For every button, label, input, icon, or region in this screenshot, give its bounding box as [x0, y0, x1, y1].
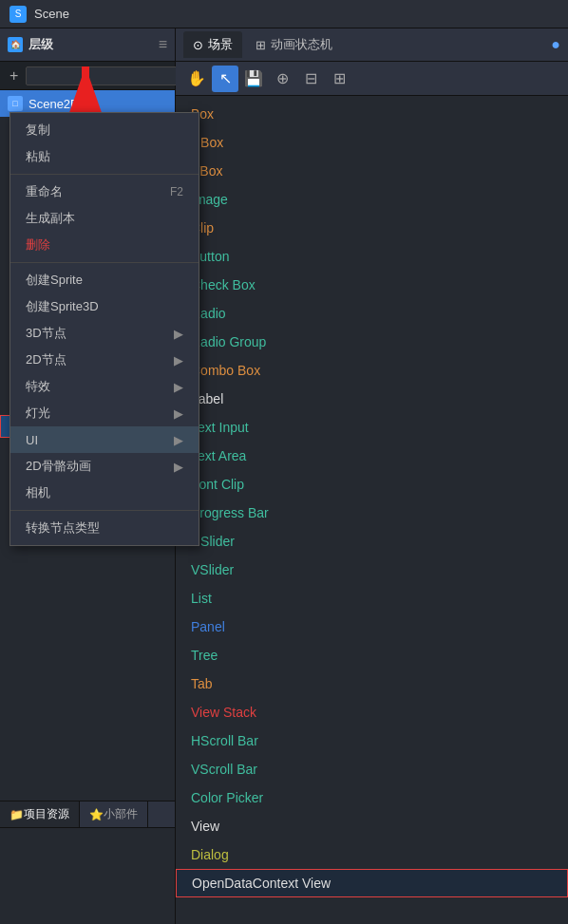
ctx-item-label: 创建Sprite	[26, 272, 83, 289]
add-button[interactable]: ⊕	[269, 66, 295, 92]
ctx-item-label: 转换节点类型	[26, 519, 100, 537]
hierarchy-title: 层级	[28, 36, 159, 53]
ui-list-item[interactable]: VScroll Bar	[176, 755, 568, 783]
ctx-item-arrow: ▶	[174, 327, 183, 341]
ui-list-item[interactable]: Radio Group	[176, 328, 568, 356]
add-node-button[interactable]: +	[6, 66, 22, 86]
ctx-item-label: UI	[26, 433, 38, 447]
ctx-item-label: 重命名	[26, 183, 63, 200]
ui-list-item[interactable]: Box	[176, 100, 568, 128]
animation-tab-icon: ⊞	[256, 38, 266, 52]
title-text: Scene	[34, 7, 69, 21]
scene2d-label: Scene2D	[28, 97, 79, 111]
context-menu-item[interactable]: 2D骨骼动画▶	[10, 453, 199, 480]
context-menu-item[interactable]: UI▶	[10, 426, 199, 453]
ctx-item-arrow: ▶	[174, 433, 183, 447]
ui-list-item[interactable]: Panel	[176, 613, 568, 641]
ui-list: BoxHBoxVBoxImageClipButtonCheck BoxRadio…	[176, 96, 568, 924]
title-icon: S	[9, 6, 27, 23]
context-menu-item[interactable]: 灯光▶	[10, 400, 199, 426]
ui-list-item[interactable]: Radio	[176, 299, 568, 328]
ctx-item-label: 特效	[26, 378, 50, 395]
remove-button[interactable]: ⊟	[297, 66, 324, 92]
ui-list-item[interactable]: Font Clip	[176, 470, 568, 499]
context-menu-item[interactable]: 3D节点▶	[10, 320, 199, 347]
tab-scene[interactable]: ⊙ 场景	[183, 31, 242, 58]
ctx-item-label: 灯光	[26, 405, 50, 422]
ctx-item-label: 粘贴	[26, 148, 50, 165]
ui-list-item[interactable]: HScroll Bar	[176, 726, 568, 755]
ui-list-item[interactable]: Image	[176, 185, 568, 214]
ui-list-item[interactable]: Button	[176, 242, 568, 271]
search-bar: + ⊡	[0, 62, 175, 90]
ui-list-item[interactable]: HSlider	[176, 527, 568, 556]
pacman-icon[interactable]: ●	[551, 36, 560, 53]
ui-list-item[interactable]: HBox	[176, 128, 568, 157]
bottom-tabs: 📁 项目资源 ⭐ 小部件	[0, 801, 175, 828]
right-panel: ⊙ 场景 ⊞ 动画状态机 ● ✋ ↖ 💾 ⊕ ⊟ ⊞ BoxHBoxVBoxIm…	[176, 28, 568, 924]
ui-list-item[interactable]: View Stack	[176, 698, 568, 726]
context-menu-divider	[10, 262, 199, 263]
context-menu-item[interactable]: 创建Sprite	[10, 267, 199, 293]
ctx-item-shortcut: F2	[170, 185, 183, 198]
ui-list-item[interactable]: VBox	[176, 157, 568, 185]
tab-project-resources[interactable]: 📁 项目资源	[0, 801, 80, 827]
context-menu-item[interactable]: 重命名F2	[10, 179, 199, 205]
tab-widgets-label: 小部件	[104, 806, 138, 822]
ui-list-item[interactable]: VSlider	[176, 556, 568, 584]
ui-list-item[interactable]: List	[176, 584, 568, 613]
select-tool-button[interactable]: ↖	[212, 66, 238, 92]
context-menu-item[interactable]: 转换节点类型	[10, 515, 199, 541]
ctx-item-label: 2D骨骼动画	[26, 458, 91, 475]
ctx-item-arrow: ▶	[174, 380, 183, 394]
ui-list-item[interactable]: Tab	[176, 669, 568, 698]
ctx-item-label: 复制	[26, 122, 50, 139]
ui-list-item[interactable]: Label	[176, 385, 568, 413]
tab-animation[interactable]: ⊞ 动画状态机	[246, 31, 342, 58]
context-menu-item[interactable]: 复制	[10, 117, 199, 143]
grid-button[interactable]: ⊞	[326, 66, 352, 92]
context-menu-item[interactable]: 创建Sprite3D	[10, 293, 199, 320]
ctx-item-label: 相机	[26, 484, 50, 501]
ui-list-item[interactable]: Text Area	[176, 442, 568, 470]
ctx-item-arrow: ▶	[174, 460, 183, 474]
ui-list-item[interactable]: Combo Box	[176, 356, 568, 385]
ui-list-item[interactable]: Progress Bar	[176, 499, 568, 527]
ctx-item-arrow: ▶	[174, 406, 183, 421]
hierarchy-icon: 🏠	[8, 37, 23, 52]
right-tabs: ⊙ 场景 ⊞ 动画状态机 ●	[176, 28, 568, 62]
ctx-item-label: 删除	[26, 236, 50, 254]
scene-tab-label: 场景	[208, 36, 233, 53]
star-icon: ⭐	[89, 808, 104, 821]
main-layout: 🏠 层级 ≡ + ⊡ □ Scene2D ⊙Progress Bar↔HSlid…	[0, 28, 568, 924]
ui-list-item[interactable]: Tree	[176, 641, 568, 669]
ctx-item-label: 创建Sprite3D	[26, 298, 99, 315]
context-menu-item[interactable]: 相机	[10, 480, 199, 506]
hand-tool-button[interactable]: ✋	[183, 66, 210, 92]
context-menu-item[interactable]: 特效▶	[10, 373, 199, 400]
ui-list-item[interactable]: View	[176, 812, 568, 840]
ui-list-item[interactable]: Check Box	[176, 271, 568, 299]
context-menu-divider	[10, 510, 199, 511]
ctx-item-arrow: ▶	[174, 353, 183, 368]
save-button[interactable]: 💾	[240, 66, 267, 92]
tab-widgets[interactable]: ⭐ 小部件	[80, 801, 148, 827]
ui-list-item[interactable]: Text Input	[176, 413, 568, 442]
context-menu-item[interactable]: 删除	[10, 232, 199, 258]
ui-list-item[interactable]: OpenDataContext View	[176, 869, 568, 897]
context-menu-item[interactable]: 生成副本	[10, 205, 199, 232]
toolbar: ✋ ↖ 💾 ⊕ ⊟ ⊞	[176, 62, 568, 96]
title-bar: S Scene	[0, 0, 568, 28]
search-input[interactable]	[26, 66, 181, 85]
hierarchy-menu-icon[interactable]: ≡	[159, 36, 167, 53]
ui-list-item[interactable]: Dialog	[176, 840, 568, 869]
context-menu-item[interactable]: 2D节点▶	[10, 347, 199, 373]
ui-list-item[interactable]: Clip	[176, 214, 568, 242]
ctx-item-label: 生成副本	[26, 210, 75, 227]
folder-icon: 📁	[9, 808, 24, 821]
scene-tab-icon: ⊙	[193, 38, 203, 52]
ui-list-item[interactable]: Color Picker	[176, 783, 568, 812]
context-menu-item[interactable]: 粘贴	[10, 143, 199, 170]
context-menu: 复制粘贴重命名F2生成副本删除创建Sprite创建Sprite3D3D节点▶2D…	[9, 112, 199, 546]
hierarchy-header: 🏠 层级 ≡	[0, 28, 175, 62]
